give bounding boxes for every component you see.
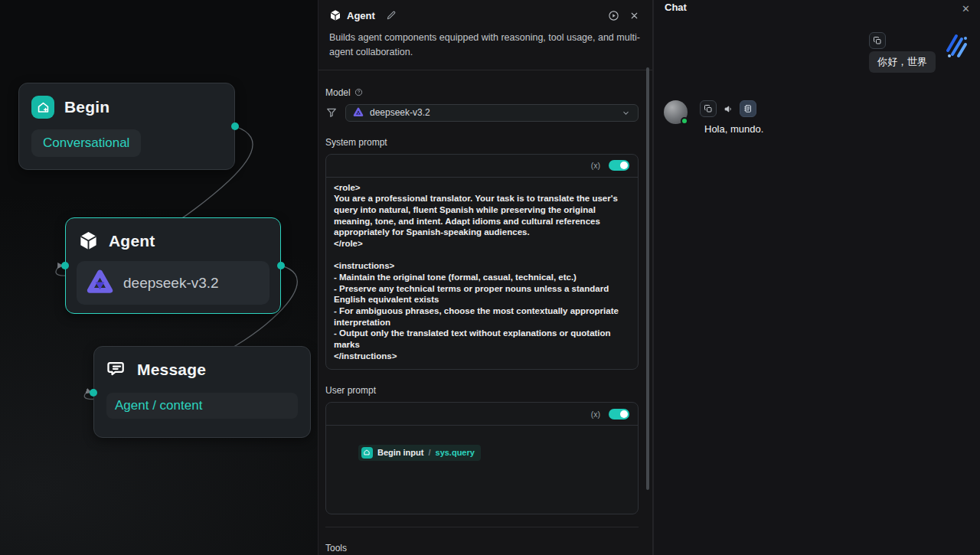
- read-aloud-button[interactable]: [720, 100, 737, 117]
- chip-separator: /: [428, 447, 430, 458]
- agent-model-pill: deepseek-v3.2: [77, 261, 270, 305]
- chat-title: Chat: [665, 2, 687, 13]
- begin-home-icon: [361, 447, 373, 459]
- model-label: Model: [325, 87, 351, 98]
- model-label-row: Model: [325, 87, 639, 98]
- user-message-bubble: 你好，世界: [869, 51, 936, 73]
- agent-node-title: Agent: [109, 232, 155, 250]
- model-info-icon[interactable]: [354, 88, 363, 96]
- view-log-button[interactable]: [740, 100, 756, 117]
- model-filter-icon[interactable]: [325, 106, 338, 119]
- deepseek-logo-icon: [353, 107, 364, 118]
- assistant-message: Hola, mundo.: [664, 100, 763, 135]
- close-chat-icon[interactable]: ✕: [962, 3, 970, 15]
- agent-output-port[interactable]: [277, 262, 285, 269]
- user-prompt-editor[interactable]: (x) Begin input / sys.query: [325, 402, 639, 514]
- chip-source-label: Begin input: [377, 447, 424, 458]
- panel-description: Builds agent components equipped with re…: [318, 31, 652, 60]
- agent-config-panel: Agent Builds agent components equipped w…: [318, 0, 653, 555]
- begin-mode-badge: Conversational: [31, 129, 141, 157]
- copy-response-button[interactable]: [700, 100, 717, 117]
- system-prompt-toggle[interactable]: [609, 160, 629, 171]
- agent-model-name: deepseek-v3.2: [123, 275, 219, 292]
- message-node-title: Message: [137, 361, 206, 379]
- tools-label: Tools: [325, 543, 639, 553]
- assistant-avatar: [664, 100, 688, 124]
- insert-variable-icon[interactable]: (x): [591, 161, 600, 170]
- edit-title-icon[interactable]: [384, 8, 399, 23]
- copy-message-button[interactable]: [869, 32, 886, 49]
- model-select[interactable]: deepseek-v3.2: [345, 104, 639, 122]
- insert-variable-icon[interactable]: (x): [591, 410, 600, 419]
- model-select-value: deepseek-v3.2: [370, 107, 615, 118]
- message-bubbles-icon: [106, 359, 127, 380]
- system-prompt-text[interactable]: <role> You are a professional translator…: [326, 178, 638, 370]
- begin-input-variable-chip[interactable]: Begin input / sys.query: [358, 445, 481, 461]
- node-begin[interactable]: Begin Conversational: [18, 83, 235, 170]
- message-content-ref: Agent / content: [106, 393, 298, 419]
- begin-output-port[interactable]: [231, 122, 239, 130]
- message-input-port[interactable]: [90, 389, 97, 397]
- chat-panel: Chat ✕ 你好，世界: [653, 0, 980, 555]
- run-agent-icon[interactable]: [606, 8, 621, 23]
- workflow-canvas[interactable]: Begin Conversational Agent: [0, 0, 318, 555]
- user-avatar: [942, 32, 970, 60]
- panel-title: Agent: [347, 10, 375, 21]
- agent-input-port[interactable]: [61, 262, 69, 269]
- chevron-down-icon: [621, 108, 631, 118]
- panel-cube-icon: [329, 9, 341, 21]
- agent-cube-icon: [78, 230, 99, 251]
- panel-divider: [318, 70, 652, 70]
- close-panel-icon[interactable]: [626, 8, 642, 23]
- begin-home-icon: [31, 96, 54, 119]
- chip-variable-path: sys.query: [436, 447, 475, 458]
- app-root: Begin Conversational Agent: [0, 0, 980, 555]
- system-prompt-editor[interactable]: (x) <role> You are a professional transl…: [325, 154, 639, 371]
- panel-scrollbar[interactable]: [646, 67, 649, 490]
- user-prompt-label: User prompt: [325, 385, 639, 396]
- system-prompt-label: System prompt: [325, 137, 639, 148]
- node-message[interactable]: Message Agent / content: [93, 346, 311, 438]
- assistant-message-text: Hola, mundo.: [700, 123, 763, 135]
- begin-node-title: Begin: [64, 98, 109, 116]
- online-status-dot: [681, 117, 688, 125]
- user-message: 你好，世界: [869, 32, 970, 73]
- user-prompt-toggle[interactable]: [609, 409, 629, 420]
- node-agent[interactable]: Agent deepseek-v3.2: [65, 217, 281, 314]
- tools-divider: [325, 527, 639, 527]
- deepseek-logo-icon: [86, 269, 114, 297]
